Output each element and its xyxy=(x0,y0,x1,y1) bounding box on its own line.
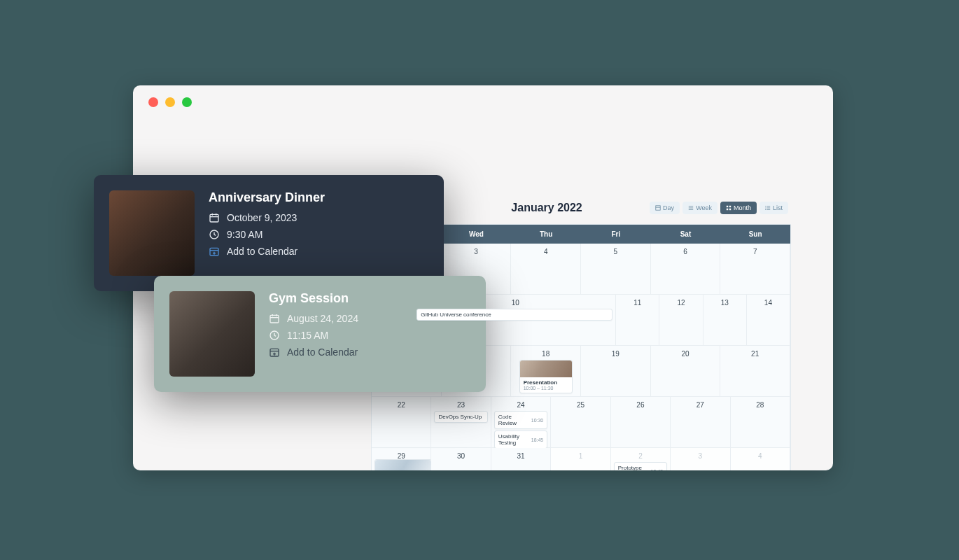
calendar-day[interactable]: 22 xyxy=(372,397,431,448)
event-card-anniversary: Anniversary Dinner October 9, 2023 9:30 … xyxy=(94,175,444,291)
calendar-day[interactable]: 4 xyxy=(511,244,581,295)
week-icon xyxy=(688,205,694,211)
svg-rect-5 xyxy=(727,206,728,207)
day-number: 4 xyxy=(734,452,787,460)
calendar-day[interactable]: 3 xyxy=(671,448,730,470)
day-number: 3 xyxy=(673,452,727,460)
list-icon xyxy=(765,205,771,211)
calendar-title: January 2022 xyxy=(444,202,650,214)
clock-icon xyxy=(209,229,220,240)
event-time-row: 11:15 AM xyxy=(269,330,470,341)
calendar-day[interactable]: 26 xyxy=(611,397,671,448)
calendar-day[interactable]: 14 xyxy=(747,295,790,346)
dow-header: Thu xyxy=(511,225,581,244)
day-number: 3 xyxy=(444,248,508,255)
event-thumbnail xyxy=(109,190,195,276)
add-to-calendar-button[interactable]: Add to Calendar xyxy=(269,346,470,358)
day-number: 24 xyxy=(494,401,547,409)
calendar-add-icon xyxy=(269,346,280,358)
calendar-day[interactable]: 11 xyxy=(616,295,659,346)
svg-rect-7 xyxy=(727,209,728,210)
day-icon xyxy=(655,205,661,211)
day-number: 5 xyxy=(584,248,648,255)
add-to-calendar-button[interactable]: Add to Calendar xyxy=(209,246,428,257)
dow-header: Wed xyxy=(442,225,512,244)
calendar-event-card[interactable]: Presentation10:00 – 11:30 xyxy=(519,360,573,393)
maximize-icon[interactable] xyxy=(182,97,192,107)
day-number: 19 xyxy=(584,350,648,358)
event-image xyxy=(375,460,431,470)
svg-point-14 xyxy=(765,209,766,210)
day-number: 22 xyxy=(374,401,428,409)
svg-rect-24 xyxy=(270,315,279,323)
svg-rect-0 xyxy=(656,206,660,210)
calendar-day[interactable]: 20 xyxy=(651,346,721,397)
day-number: 23 xyxy=(434,401,487,409)
day-number: 31 xyxy=(494,452,547,460)
svg-rect-8 xyxy=(729,209,731,210)
event-time-row: 9:30 AM xyxy=(209,229,428,240)
calendar-event[interactable]: Usability Testing18:45 xyxy=(494,430,547,449)
event-title: Anniversary Dinner xyxy=(209,190,428,205)
calendar-day[interactable]: 2Prototype Demo13:45 xyxy=(611,448,671,470)
calendar-day[interactable]: 19 xyxy=(581,346,651,397)
calendar-day[interactable]: 7 xyxy=(720,244,790,295)
calendar-event-card[interactable]: Accessibility Review9:00 – 16:00 xyxy=(374,459,432,470)
calendar-day[interactable]: 6 xyxy=(651,244,721,295)
view-list-button[interactable]: List xyxy=(760,202,788,214)
event-date-row: October 9, 2023 xyxy=(209,212,428,223)
calendar-event[interactable]: Prototype Demo13:45 xyxy=(614,462,667,470)
calendar-add-icon xyxy=(209,246,220,257)
calendar-day[interactable]: 24Code Review10:30Usability Testing18:45 xyxy=(491,397,551,448)
day-number: 25 xyxy=(554,401,607,409)
svg-point-13 xyxy=(765,207,766,208)
day-number: 28 xyxy=(734,401,787,409)
svg-rect-6 xyxy=(729,206,731,207)
event-card-gym: Gym Session August 24, 2024 11:15 AM Add… xyxy=(154,276,486,392)
calendar-event[interactable]: Code Review10:30 xyxy=(494,411,547,429)
day-number: 11 xyxy=(619,299,656,307)
event-title: Gym Session xyxy=(269,291,470,306)
day-number: 4 xyxy=(514,248,578,255)
svg-point-12 xyxy=(765,206,766,206)
day-number: 1 xyxy=(554,452,607,460)
view-switch: Day Week Month List xyxy=(650,202,788,214)
calendar-day[interactable]: 31 xyxy=(491,448,551,470)
day-number: 30 xyxy=(434,452,487,460)
day-number: 18 xyxy=(514,350,578,358)
calendar-day[interactable]: 1 xyxy=(551,448,610,470)
svg-rect-15 xyxy=(210,214,218,222)
day-number: 20 xyxy=(654,350,718,358)
calendar-day[interactable]: 13 xyxy=(704,295,747,346)
calendar-day[interactable]: 5 xyxy=(581,244,651,295)
day-number: 27 xyxy=(673,401,727,409)
calendar-day[interactable]: 28 xyxy=(731,397,790,448)
clock-icon xyxy=(269,330,280,341)
window-titlebar xyxy=(133,85,833,119)
day-number: 14 xyxy=(750,299,787,307)
calendar-day[interactable]: 18Presentation10:00 – 11:30 xyxy=(511,346,581,397)
calendar-day[interactable]: 23DevOps Sync-Up xyxy=(431,397,491,448)
view-week-button[interactable]: Week xyxy=(682,202,718,214)
calendar-event[interactable]: DevOps Sync-Up xyxy=(434,411,487,423)
dow-header: Sun xyxy=(720,225,790,244)
day-number: 26 xyxy=(614,401,667,409)
day-number: 13 xyxy=(706,299,743,307)
calendar-event[interactable]: GitHub Universe conference xyxy=(416,309,612,321)
dow-header: Fri xyxy=(581,225,651,244)
view-month-button[interactable]: Month xyxy=(720,202,757,214)
calendar-day[interactable]: 21 xyxy=(720,346,790,397)
calendar-day[interactable]: 25 xyxy=(551,397,610,448)
month-icon xyxy=(726,205,732,211)
calendar-day[interactable]: 29Accessibility Review9:00 – 16:00 xyxy=(372,448,431,470)
day-number: 12 xyxy=(662,299,699,307)
close-icon[interactable] xyxy=(148,97,158,107)
day-number: 21 xyxy=(723,350,787,358)
view-day-button[interactable]: Day xyxy=(650,202,680,214)
minimize-icon[interactable] xyxy=(165,97,175,107)
calendar-day[interactable]: 12 xyxy=(659,295,703,346)
dow-header: Sat xyxy=(651,225,721,244)
calendar-day[interactable]: 30 xyxy=(431,448,491,470)
calendar-day[interactable]: 4 xyxy=(731,448,790,470)
calendar-day[interactable]: 27 xyxy=(671,397,730,448)
